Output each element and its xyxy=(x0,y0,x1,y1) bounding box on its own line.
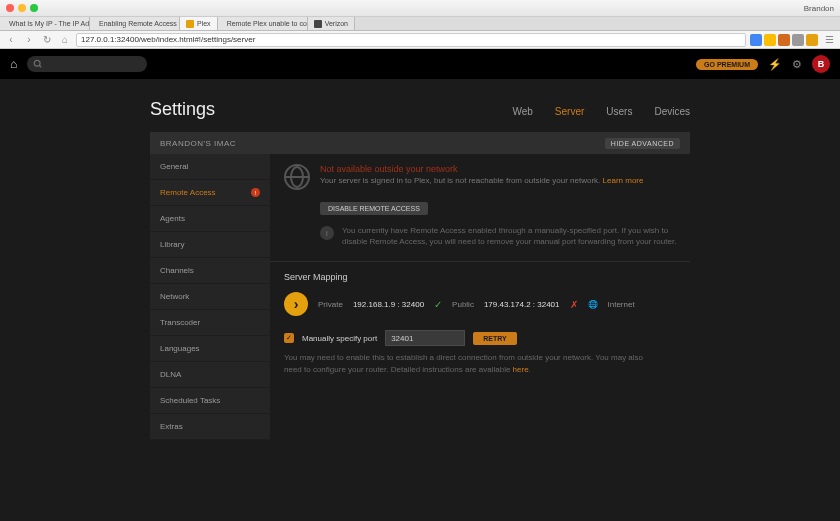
user-avatar[interactable]: B xyxy=(812,55,830,73)
server-mapping-title: Server Mapping xyxy=(284,272,690,282)
extension-icon[interactable] xyxy=(764,34,776,46)
go-premium-button[interactable]: GO PREMIUM xyxy=(696,59,758,70)
url-input[interactable]: 127.0.0.1:32400/web/index.html#!/setting… xyxy=(76,33,746,47)
sidebar-item-languages[interactable]: Languages xyxy=(150,336,270,362)
search-icon xyxy=(33,59,43,69)
private-ok-icon: ✓ xyxy=(434,299,442,310)
plex-topbar: ⌂ GO PREMIUM ⚡ ⚙ B xyxy=(0,49,840,79)
extension-icon[interactable] xyxy=(750,34,762,46)
sidebar-item-general[interactable]: General xyxy=(150,154,270,180)
public-ip: 179.43.174.2 : 32401 xyxy=(484,300,560,309)
settings-content: Not available outside your network Your … xyxy=(270,154,690,440)
tab-label: Plex xyxy=(197,20,211,27)
sidebar-item-label: Agents xyxy=(160,214,185,223)
home-icon[interactable]: ⌂ xyxy=(10,57,17,71)
server-mapping-row: › Private 192.168.1.9 : 32400 ✓ Public 1… xyxy=(284,292,690,316)
sidebar-item-transcoder[interactable]: Transcoder xyxy=(150,310,270,336)
search-input[interactable] xyxy=(27,56,147,72)
sidebar-item-label: Transcoder xyxy=(160,318,200,327)
hide-advanced-button[interactable]: HIDE ADVANCED xyxy=(605,138,680,149)
sidebar-item-channels[interactable]: Channels xyxy=(150,258,270,284)
remote-status-text: Your server is signed in to Plex, but is… xyxy=(320,176,643,185)
svg-line-1 xyxy=(40,65,42,67)
divider xyxy=(270,261,690,262)
mac-titlebar: Brandon xyxy=(0,0,840,17)
tab-label: Enabling Remote Access t... xyxy=(99,20,180,27)
sidebar-item-label: General xyxy=(160,162,188,171)
forward-button[interactable]: › xyxy=(22,33,36,47)
server-subheader: BRANDON'S IMAC HIDE ADVANCED xyxy=(150,132,690,154)
sidebar-item-label: Extras xyxy=(160,422,183,431)
browser-tab[interactable]: Verizon xyxy=(308,17,355,30)
sidebar-item-library[interactable]: Library xyxy=(150,232,270,258)
tab-users[interactable]: Users xyxy=(606,106,632,117)
remote-status-title: Not available outside your network xyxy=(320,164,643,174)
extension-icon[interactable] xyxy=(778,34,790,46)
server-name-label: BRANDON'S IMAC xyxy=(160,139,236,148)
disable-info-text: You currently have Remote Access enabled… xyxy=(342,225,682,247)
menu-button[interactable]: ☰ xyxy=(822,33,836,47)
browser-tab[interactable]: Remote Plex unable to co... xyxy=(218,17,308,30)
internet-label: Internet xyxy=(608,300,635,309)
mac-user-label: Brandon xyxy=(804,4,834,13)
warning-icon: ! xyxy=(251,188,260,197)
browser-tab[interactable]: What Is My IP - The IP Ad... xyxy=(0,17,90,30)
sidebar-item-agents[interactable]: Agents xyxy=(150,206,270,232)
activity-icon[interactable]: ⚡ xyxy=(768,58,782,71)
info-icon: i xyxy=(320,226,334,240)
sidebar-item-label: Network xyxy=(160,292,189,301)
public-label: Public xyxy=(452,300,474,309)
back-button[interactable]: ‹ xyxy=(4,33,18,47)
tab-web[interactable]: Web xyxy=(512,106,532,117)
sidebar-item-label: DLNA xyxy=(160,370,181,379)
port-hint-text: You may need to enable this to establish… xyxy=(284,352,654,374)
home-button[interactable]: ⌂ xyxy=(58,33,72,47)
browser-tab[interactable]: Plex xyxy=(180,17,218,30)
retry-button[interactable]: RETRY xyxy=(473,332,516,345)
browser-tab[interactable]: Enabling Remote Access t... xyxy=(90,17,180,30)
minimize-window-button[interactable] xyxy=(18,4,26,12)
tab-server[interactable]: Server xyxy=(555,106,584,117)
sidebar-item-remote-access[interactable]: Remote Access! xyxy=(150,180,270,206)
sidebar-item-dlna[interactable]: DLNA xyxy=(150,362,270,388)
port-input[interactable] xyxy=(385,330,465,346)
sidebar-item-label: Remote Access xyxy=(160,188,216,197)
manually-specify-port-label: Manually specify port xyxy=(302,334,377,343)
reload-button[interactable]: ↻ xyxy=(40,33,54,47)
internet-icon: 🌐 xyxy=(588,300,598,309)
extension-icon[interactable] xyxy=(792,34,804,46)
sidebar-item-scheduled-tasks[interactable]: Scheduled Tasks xyxy=(150,388,270,414)
settings-sidebar: General Remote Access! Agents Library Ch… xyxy=(150,154,270,440)
svg-point-0 xyxy=(35,60,41,66)
tab-label: What Is My IP - The IP Ad... xyxy=(9,20,90,27)
public-fail-icon: ✗ xyxy=(570,299,578,310)
tab-devices[interactable]: Devices xyxy=(654,106,690,117)
sidebar-item-extras[interactable]: Extras xyxy=(150,414,270,440)
learn-more-link[interactable]: Learn more xyxy=(603,176,644,185)
url-text: 127.0.0.1:32400/web/index.html#!/setting… xyxy=(81,35,255,44)
globe-icon xyxy=(284,164,310,190)
sidebar-item-label: Channels xyxy=(160,266,194,275)
disable-remote-access-button[interactable]: DISABLE REMOTE ACCESS xyxy=(320,202,428,215)
sidebar-item-label: Scheduled Tasks xyxy=(160,396,220,405)
zoom-window-button[interactable] xyxy=(30,4,38,12)
sidebar-item-network[interactable]: Network xyxy=(150,284,270,310)
browser-tab-strip: What Is My IP - The IP Ad... Enabling Re… xyxy=(0,17,840,31)
tools-icon[interactable]: ⚙ xyxy=(792,58,802,71)
page-title: Settings xyxy=(150,99,215,120)
plex-logo-icon: › xyxy=(284,292,308,316)
manually-specify-port-checkbox[interactable]: ✓ xyxy=(284,333,294,343)
tab-label: Remote Plex unable to co... xyxy=(227,20,308,27)
sidebar-item-label: Languages xyxy=(160,344,200,353)
private-ip: 192.168.1.9 : 32400 xyxy=(353,300,424,309)
here-link[interactable]: here xyxy=(513,365,529,374)
sidebar-item-label: Library xyxy=(160,240,184,249)
browser-address-bar: ‹ › ↻ ⌂ 127.0.0.1:32400/web/index.html#!… xyxy=(0,31,840,49)
extension-icon[interactable] xyxy=(806,34,818,46)
private-label: Private xyxy=(318,300,343,309)
tab-label: Verizon xyxy=(325,20,348,27)
close-window-button[interactable] xyxy=(6,4,14,12)
